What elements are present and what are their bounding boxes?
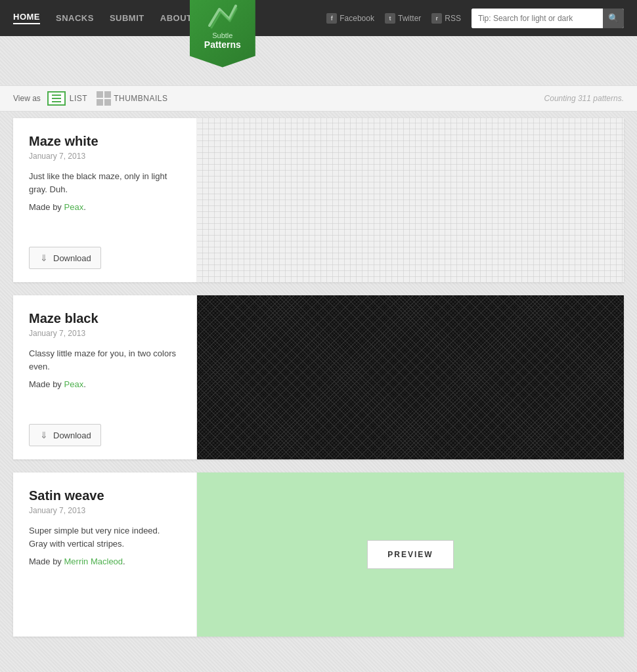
- thumb-cell-3: [97, 99, 103, 106]
- pattern-desc-maze-white: Just like the black maze, only in light …: [29, 170, 181, 196]
- nav-submit[interactable]: SUBMIT: [110, 13, 144, 23]
- logo-icon: [206, 3, 239, 29]
- pattern-date-maze-white: January 7, 2013: [29, 152, 181, 161]
- toolbar: View as LIST THUMBNAILS Counting 311 pat…: [0, 85, 637, 112]
- svg-rect-0: [52, 94, 61, 96]
- logo-ribbon[interactable]: Subtle Patterns: [190, 0, 255, 68]
- search-bar: 🔍: [472, 9, 624, 28]
- main-header: HOME SNACKS SUBMIT ABOUT & FAQ Subtle Pa…: [0, 0, 637, 36]
- social-facebook[interactable]: f Facebook: [326, 13, 374, 24]
- pattern-card-maze-white: Maze white January 7, 2013 Just like the…: [13, 118, 624, 282]
- rss-icon: r: [431, 13, 442, 24]
- nav-home[interactable]: HOME: [13, 12, 40, 24]
- pattern-name-maze-white: Maze white: [29, 134, 181, 149]
- pattern-preview-maze-black: [197, 295, 624, 459]
- author-link-peax-2[interactable]: Peax: [64, 379, 84, 389]
- download-arrow-icon-2: ⇓: [39, 430, 49, 440]
- author-link-peax-1[interactable]: Peax: [64, 202, 84, 212]
- thumb-cell-4: [104, 99, 111, 106]
- download-label-maze-white: Download: [53, 253, 91, 263]
- logo-subtitle: Subtle: [212, 32, 232, 39]
- rss-label: RSS: [445, 14, 461, 23]
- pattern-name-satin-weave: Satin weave: [29, 488, 181, 503]
- main-content: Maze white January 7, 2013 Just like the…: [0, 112, 637, 656]
- pattern-author-maze-white: Made by Peax.: [29, 202, 181, 212]
- nav-snacks[interactable]: SNACKS: [56, 13, 94, 23]
- pattern-info-satin-weave: Satin weave January 7, 2013 Super simple…: [13, 472, 197, 637]
- pattern-desc-satin-weave: Super simple but very nice indeed. Gray …: [29, 524, 181, 550]
- download-arrow-icon: ⇓: [39, 253, 49, 263]
- pattern-desc-maze-black: Classy little maze for you, in two color…: [29, 347, 181, 373]
- header-right: f Facebook t Twitter r RSS 🔍: [326, 9, 624, 28]
- thumb-cell-1: [97, 91, 103, 98]
- search-input[interactable]: [472, 9, 603, 28]
- facebook-icon: f: [326, 13, 337, 24]
- svg-rect-1: [52, 98, 61, 99]
- pattern-preview-satin-weave: PREVIEW: [197, 472, 624, 637]
- pattern-preview-maze-white: [197, 118, 624, 282]
- logo-container: Subtle Patterns: [190, 0, 255, 77]
- thumbnails-view-button[interactable]: [97, 91, 111, 106]
- pattern-date-satin-weave: January 7, 2013: [29, 506, 181, 515]
- pattern-name-maze-black: Maze black: [29, 311, 181, 326]
- list-label[interactable]: LIST: [70, 94, 87, 103]
- pattern-card-satin-weave: Satin weave January 7, 2013 Super simple…: [13, 472, 624, 637]
- author-link-merrin[interactable]: Merrin Macleod: [64, 556, 123, 566]
- facebook-label: Facebook: [340, 14, 374, 23]
- social-rss[interactable]: r RSS: [431, 13, 461, 24]
- download-button-maze-black[interactable]: ⇓ Download: [29, 424, 101, 446]
- download-button-maze-white[interactable]: ⇓ Download: [29, 247, 101, 269]
- list-view-icon: [52, 94, 61, 102]
- view-as-label: View as: [13, 94, 41, 103]
- social-twitter[interactable]: t Twitter: [385, 13, 421, 24]
- pattern-count: Counting 311 patterns.: [544, 94, 624, 103]
- pattern-info-maze-black: Maze black January 7, 2013 Classy little…: [13, 295, 197, 459]
- thumb-cell-2: [104, 91, 111, 98]
- pattern-author-satin-weave: Made by Merrin Macleod.: [29, 556, 181, 566]
- thumbnails-label[interactable]: THUMBNAILS: [114, 94, 167, 103]
- svg-rect-2: [52, 101, 61, 102]
- list-view-button[interactable]: [47, 91, 66, 106]
- logo-title: Patterns: [204, 39, 241, 50]
- twitter-icon: t: [385, 13, 395, 24]
- pattern-author-maze-black: Made by Peax.: [29, 379, 181, 389]
- preview-button-satin-weave[interactable]: PREVIEW: [367, 540, 453, 569]
- download-label-maze-black: Download: [53, 430, 91, 440]
- twitter-label: Twitter: [398, 14, 421, 23]
- pattern-date-maze-black: January 7, 2013: [29, 329, 181, 338]
- search-button[interactable]: 🔍: [603, 9, 624, 28]
- pattern-info-maze-white: Maze white January 7, 2013 Just like the…: [13, 118, 197, 282]
- pattern-card-maze-black: Maze black January 7, 2013 Classy little…: [13, 295, 624, 459]
